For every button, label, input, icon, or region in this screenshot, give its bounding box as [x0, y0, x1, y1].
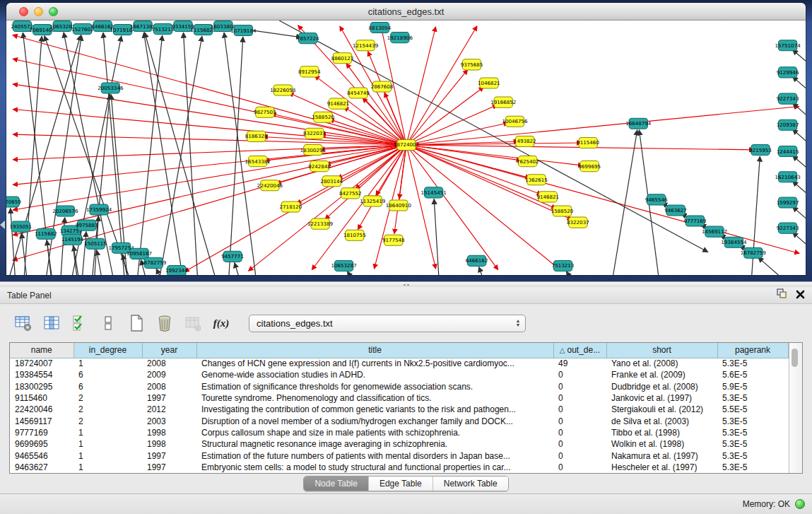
- table-selector-dropdown[interactable]: citations_edges.txt ▲▼: [249, 315, 526, 332]
- table-row[interactable]: 1938455462009Genome-wide association stu…: [10, 369, 788, 380]
- table-cell[interactable]: Embryonic stem cells: a model to study s…: [196, 462, 553, 473]
- graph-node[interactable]: 8860123: [331, 53, 354, 64]
- table-cell[interactable]: 5.3E-5: [717, 462, 788, 473]
- graph-node[interactable]: 1505115: [84, 238, 107, 249]
- table-cell[interactable]: Genome-wide association studies in ADHD.: [196, 369, 553, 380]
- graph-node[interactable]: 20053346: [98, 83, 124, 93]
- column-header-year[interactable]: year: [142, 343, 196, 358]
- table-cell[interactable]: 18724007: [10, 358, 73, 369]
- table-row[interactable]: 911546021997Tourette syndrome. Phenomeno…: [10, 392, 788, 404]
- table-cell[interactable]: Disruption of a novel member of a sodium…: [196, 415, 553, 426]
- table-cell[interactable]: Tibbo et al. (1998): [606, 427, 717, 438]
- table-cell[interactable]: 5.3E-5: [717, 438, 788, 450]
- table-row[interactable]: 1872400712008Changes of HCN gene express…: [10, 358, 788, 369]
- table-cell[interactable]: 0: [553, 427, 606, 438]
- table-cell[interactable]: 5.3E-5: [717, 427, 788, 438]
- table-cell[interactable]: 2009: [142, 369, 196, 380]
- table-row[interactable]: 946554611997Estimation of the future num…: [10, 450, 788, 461]
- graph-node[interactable]: 7625402: [517, 156, 539, 167]
- table-cell[interactable]: 0: [553, 381, 606, 392]
- table-cell[interactable]: 2: [73, 404, 142, 415]
- table-cell[interactable]: 5.3E-5: [717, 392, 788, 404]
- row-height-icon[interactable]: [98, 313, 119, 334]
- network-canvas-area[interactable]: 1872400788601238912954182260589827503818…: [6, 21, 806, 275]
- tab-edge-table[interactable]: Edge Table: [368, 477, 433, 491]
- graph-node[interactable]: 9699695: [578, 161, 601, 172]
- table-row[interactable]: 969969511998Structural magnetic resonanc…: [10, 438, 788, 450]
- vertical-scrollbar[interactable]: [789, 343, 803, 473]
- table-cell[interactable]: 9465546: [10, 450, 73, 461]
- graph-node[interactable]: 9146821: [536, 192, 559, 202]
- table-cell[interactable]: 18300295: [10, 381, 73, 392]
- graph-node[interactable]: 8912954: [298, 66, 321, 77]
- table-cell[interactable]: 1: [73, 462, 142, 473]
- column-header-pagerank[interactable]: pagerank: [717, 343, 788, 358]
- modify-table-icon[interactable]: [13, 313, 34, 334]
- graph-node[interactable]: 2867608: [371, 81, 394, 92]
- graph-node[interactable]: 8813054: [369, 23, 392, 33]
- graph-node[interactable]: 8454749: [347, 88, 370, 98]
- graph-node[interactable]: 16782759: [741, 247, 766, 258]
- table-cell[interactable]: 9699695: [10, 438, 73, 450]
- graph-node[interactable]: 19166852: [490, 97, 516, 107]
- graph-node[interactable]: 9115460: [577, 137, 599, 148]
- table-cell[interactable]: 5.5E-5: [717, 404, 788, 415]
- column-header-in_degree[interactable]: in_degree: [73, 343, 142, 358]
- graph-node[interactable]: 9375685: [461, 59, 483, 70]
- graph-node[interactable]: 1935051: [10, 221, 33, 232]
- graph-node[interactable]: 16782759: [141, 257, 166, 268]
- table-cell[interactable]: 19384554: [10, 369, 73, 380]
- graph-node[interactable]: 8427552: [339, 188, 362, 199]
- graph-node[interactable]: 9227343: [777, 93, 799, 104]
- tab-node-table[interactable]: Node Table: [304, 477, 368, 491]
- select-columns-icon[interactable]: [69, 313, 90, 334]
- graph-node[interactable]: 22420046: [257, 180, 283, 191]
- table-row[interactable]: 946362711997Embryonic stem cells: a mode…: [10, 462, 788, 473]
- table-row[interactable]: 2242004622012Investigating the contribut…: [10, 404, 788, 415]
- column-header-name[interactable]: name: [10, 343, 73, 358]
- table-cell[interactable]: Hescheler et al. (1997): [606, 462, 717, 473]
- table-cell[interactable]: 0: [553, 404, 606, 415]
- table-cell[interactable]: Wolkin et al. (1998): [606, 438, 717, 450]
- table-cell[interactable]: 9463627: [10, 462, 73, 473]
- splitter-grip-icon[interactable]: [403, 284, 410, 286]
- graph-node[interactable]: 15145451: [421, 187, 447, 198]
- graph-node[interactable]: 9777169: [684, 216, 707, 226]
- graph-node[interactable]: 18226058: [270, 85, 296, 95]
- float-window-icon[interactable]: [777, 288, 787, 302]
- graph-node[interactable]: 17359924: [86, 204, 112, 215]
- graph-node[interactable]: 1588520: [312, 112, 334, 122]
- column-header-short[interactable]: short: [606, 343, 717, 358]
- table-cell[interactable]: 14569117: [10, 415, 73, 426]
- graph-node[interactable]: 18640910: [386, 200, 412, 211]
- table-row[interactable]: 1830029562008Estimation of significance …: [10, 381, 788, 392]
- table-cell[interactable]: Dudbridge et al. (2008): [606, 381, 717, 392]
- table-cell[interactable]: 0: [553, 438, 606, 450]
- table-cell[interactable]: 1: [73, 358, 142, 369]
- table-cell[interactable]: de Silva et al. (2003): [606, 415, 717, 426]
- graph-node[interactable]: 8322037: [303, 128, 326, 139]
- graph-node[interactable]: 2803144: [321, 176, 343, 187]
- table-cell[interactable]: Tourette syndrome. Phenomenology and cla…: [196, 392, 553, 404]
- table-cell[interactable]: Changes of HCN gene expression and I(f) …: [196, 358, 553, 369]
- show-columns-icon[interactable]: [41, 313, 62, 334]
- graph-node[interactable]: 9465546: [645, 194, 668, 205]
- graph-node[interactable]: 19218906: [387, 33, 413, 43]
- table-cell[interactable]: 1997: [142, 462, 196, 473]
- graph-node[interactable]: 19384554: [721, 237, 747, 247]
- graph-node[interactable]: 9146821: [327, 98, 350, 109]
- graph-node[interactable]: 16648794: [625, 118, 652, 129]
- table-cell[interactable]: Corpus callosum shape and size in male p…: [196, 427, 553, 438]
- graph-node[interactable]: 7513213: [152, 24, 175, 35]
- graph-node[interactable]: 9463627: [664, 205, 687, 216]
- table-cell[interactable]: Estimation of the future numbers of pati…: [196, 450, 553, 461]
- table-cell[interactable]: 0: [553, 369, 606, 380]
- graph-node[interactable]: 1599297: [777, 197, 799, 208]
- graph-node[interactable]: 10653287: [331, 260, 357, 271]
- table-cell[interactable]: 2003: [142, 415, 196, 426]
- graph-node[interactable]: 1209387: [777, 119, 799, 130]
- table-cell[interactable]: 1: [73, 438, 142, 450]
- graph-node[interactable]: 2620659: [6, 197, 21, 207]
- table-cell[interactable]: 6: [73, 381, 142, 392]
- graph-node[interactable]: 1244415: [777, 146, 799, 156]
